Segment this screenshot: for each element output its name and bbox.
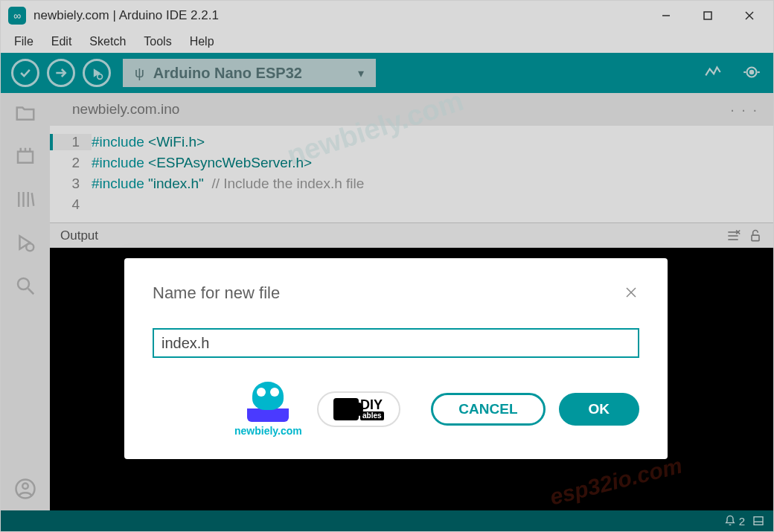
branding-logos: newbiely.com DIY ables [234, 382, 400, 437]
svg-rect-32 [754, 517, 763, 525]
boards-manager-icon[interactable] [14, 145, 36, 167]
menu-edit[interactable]: Edit [44, 32, 80, 51]
new-file-dialog: Name for new file newbiely.com DIY ables [124, 258, 668, 459]
toolbar: ψ Arduino Nano ESP32 ▾ [1, 53, 773, 93]
menu-help[interactable]: Help [182, 32, 222, 51]
board-selector[interactable]: ψ Arduino Nano ESP32 ▾ [123, 59, 376, 87]
svg-rect-30 [752, 235, 759, 241]
ok-button[interactable]: OK [559, 393, 640, 426]
titlebar: ∞ newbiely.com | Arduino IDE 2.2.1 [1, 1, 773, 31]
tab-overflow-icon[interactable]: · · · [724, 101, 764, 118]
svg-point-8 [750, 71, 753, 74]
dialog-title: Name for new file [153, 283, 624, 303]
line-number: 3 [50, 176, 92, 192]
svg-point-21 [18, 278, 29, 289]
tab-row: newbiely.com.ino · · · [50, 93, 773, 126]
board-name: Arduino Nano ESP32 [153, 65, 349, 82]
search-icon[interactable] [14, 275, 36, 297]
window-title: newbiely.com | Arduino IDE 2.2.1 [33, 8, 645, 23]
svg-rect-1 [704, 12, 711, 19]
sidebar [1, 93, 50, 510]
output-clear-icon[interactable] [726, 228, 741, 243]
debug-button[interactable] [83, 59, 111, 87]
account-icon[interactable] [14, 478, 36, 500]
svg-rect-11 [18, 152, 33, 163]
svg-line-22 [28, 289, 34, 295]
arduino-app-icon: ∞ [8, 7, 26, 25]
diyables-logo: DIY ables [317, 391, 400, 427]
upload-button[interactable] [47, 59, 75, 87]
notifications-count: 2 [739, 515, 745, 528]
notifications-icon[interactable]: 2 [724, 515, 745, 528]
line-number: 2 [50, 155, 92, 171]
menubar: File Edit Sketch Tools Help [1, 31, 773, 53]
filename-input[interactable] [153, 328, 639, 358]
close-button[interactable] [729, 1, 770, 31]
tab-file[interactable]: newbiely.com.ino [59, 95, 193, 124]
newbiely-logo: newbiely.com [234, 382, 302, 437]
usb-icon: ψ [135, 65, 144, 81]
verify-button[interactable] [11, 59, 39, 87]
sketchbook-icon[interactable] [14, 102, 36, 124]
statusbar: 2 [1, 510, 773, 531]
cancel-button[interactable]: CANCEL [431, 393, 545, 426]
svg-line-18 [32, 193, 34, 206]
serial-monitor-icon[interactable] [742, 63, 763, 83]
dialog-close-button[interactable] [624, 286, 639, 301]
output-lock-icon[interactable] [748, 228, 763, 243]
debug-sidebar-icon[interactable] [14, 231, 36, 254]
svg-point-6 [97, 74, 103, 80]
svg-point-20 [26, 243, 33, 251]
output-panel-header: Output [50, 222, 773, 248]
serial-plotter-icon[interactable] [703, 63, 724, 83]
output-label: Output [60, 228, 98, 243]
code-editor[interactable]: 1#include <WiFi.h> 2#include <ESPAsyncWe… [50, 126, 773, 222]
maximize-button[interactable] [687, 1, 729, 31]
library-manager-icon[interactable] [14, 188, 36, 211]
svg-marker-19 [20, 236, 31, 249]
menu-sketch[interactable]: Sketch [82, 32, 133, 51]
line-number: 4 [50, 196, 92, 213]
menu-file[interactable]: File [7, 32, 41, 51]
chevron-down-icon: ▾ [358, 66, 364, 80]
minimize-button[interactable] [645, 1, 687, 31]
line-number: 1 [50, 134, 92, 150]
menu-tools[interactable]: Tools [136, 32, 179, 51]
panel-toggle-icon[interactable] [752, 515, 764, 527]
svg-point-24 [22, 484, 28, 490]
